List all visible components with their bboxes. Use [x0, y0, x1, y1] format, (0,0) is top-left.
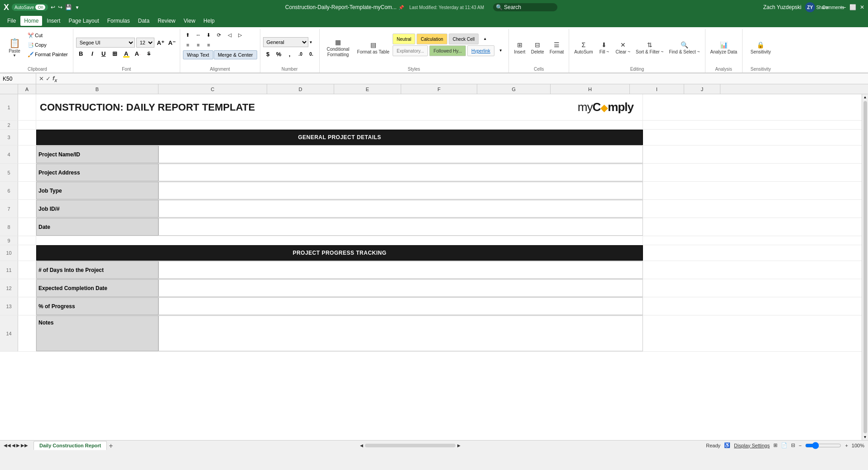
cell-a4[interactable] [18, 145, 36, 163]
align-left-button[interactable]: ≡ [183, 40, 193, 49]
decimal-dec-button[interactable]: 0. [307, 49, 317, 59]
font-decrease-button[interactable]: A⁻ [167, 38, 177, 48]
indent-increase-button[interactable]: ▷ [235, 30, 245, 39]
cell-b2[interactable] [36, 121, 643, 129]
menu-view[interactable]: View [180, 16, 199, 26]
insert-function-icon[interactable]: fx [53, 75, 57, 83]
copy-button[interactable]: 📑 Copy [25, 41, 70, 49]
find-select-button[interactable]: 🔍 Find & Select ~ [667, 39, 702, 57]
followed-style-button[interactable]: Followed Hy... [429, 45, 466, 56]
cell-a10[interactable] [18, 245, 36, 261]
calculation-style-button[interactable]: Calculation [417, 34, 447, 44]
sheet-first-icon[interactable]: ◀◀ [4, 443, 11, 448]
sheet-next-icon[interactable]: ▶ [16, 443, 20, 448]
cell-project-name-label[interactable]: Project Name/ID [36, 145, 158, 163]
search-container[interactable]: 🔍 Search [493, 3, 557, 11]
autosum-button[interactable]: Σ AutoSum [572, 39, 595, 57]
menu-formulas[interactable]: Formulas [104, 16, 134, 26]
col-header-e[interactable]: E [334, 84, 401, 94]
page-layout-icon[interactable]: 📄 [781, 442, 787, 448]
cell-b9[interactable] [36, 236, 643, 245]
font-color-button[interactable]: A_ [133, 48, 143, 58]
cell-a9[interactable] [18, 236, 36, 245]
hscroll-right-icon[interactable]: ▶ [457, 443, 460, 448]
cell-job-type-value[interactable] [158, 182, 643, 199]
close-icon[interactable]: ✕ [860, 4, 864, 10]
zoom-slider[interactable] [805, 442, 841, 449]
font-name-select[interactable]: Segoe UI [76, 38, 135, 48]
cell-a5[interactable] [18, 164, 36, 181]
comments-button[interactable]: Comments [830, 4, 837, 11]
indent-decrease-button[interactable]: ◁ [225, 30, 235, 39]
confirm-formula-icon[interactable]: ✓ [46, 75, 51, 82]
menu-data[interactable]: Data [134, 16, 153, 26]
align-top-button[interactable]: ⬆ [183, 30, 193, 39]
italic-button[interactable]: I [87, 48, 97, 58]
restore-icon[interactable]: ⬜ [849, 4, 856, 10]
percent-button[interactable]: % [274, 49, 284, 59]
col-header-g[interactable]: G [477, 84, 551, 94]
horizontal-scrollbar[interactable]: ◀ ▶ [115, 443, 706, 448]
paste-button[interactable]: 📋 Paste ▼ [5, 37, 24, 59]
cell-a3[interactable] [18, 130, 36, 145]
styles-scroll-up[interactable]: ▲ [480, 34, 490, 44]
comma-button[interactable]: , [285, 49, 295, 59]
cell-days-label[interactable]: # of Days Into the Project [36, 261, 158, 279]
menu-home[interactable]: Home [20, 16, 42, 26]
col-header-d[interactable]: D [267, 84, 334, 94]
cell-section-header-progress[interactable]: PROJECT PROGRESS TRACKING [36, 245, 643, 261]
cell-a1[interactable] [18, 94, 36, 120]
scroll-thumb[interactable] [863, 101, 867, 433]
styles-scroll-down[interactable]: ▼ [496, 45, 506, 55]
cell-job-id-value[interactable] [158, 200, 643, 218]
minimize-icon[interactable]: — [840, 4, 846, 10]
sensitivity-button[interactable]: 🔒 Sensitivity [748, 39, 773, 57]
neutral-style-button[interactable]: Neutral [393, 34, 415, 44]
cell-a13[interactable] [18, 297, 36, 315]
cell-job-id-label[interactable]: Job ID/# [36, 200, 158, 218]
formula-input[interactable] [60, 76, 868, 82]
insert-button[interactable]: ⊞ Insert [512, 39, 528, 57]
border-button[interactable]: ⊞ [110, 48, 120, 58]
cell-a6[interactable] [18, 182, 36, 199]
display-settings[interactable]: Display Settings [734, 443, 770, 448]
sheet-prev-icon[interactable]: ◀ [12, 443, 15, 448]
cell-ref-box[interactable]: K50 [0, 73, 36, 84]
undo-icon[interactable]: ↩ [51, 4, 55, 10]
cut-button[interactable]: ✂️ Cut [25, 31, 70, 40]
conditional-formatting-button[interactable]: ▦ Conditional Formatting [322, 37, 354, 59]
align-middle-button[interactable]: ↔ [193, 30, 203, 39]
cell-project-name-value[interactable] [158, 145, 643, 163]
fill-color-button[interactable]: A [121, 48, 131, 58]
clear-button[interactable]: ✕ Clear ~ [613, 39, 633, 57]
redo-icon[interactable]: ↪ [58, 4, 62, 10]
cell-a14[interactable] [18, 315, 36, 351]
menu-review[interactable]: Review [154, 16, 179, 26]
underline-button[interactable]: U [99, 48, 109, 58]
cell-project-address-label[interactable]: Project Address [36, 164, 158, 181]
format-button[interactable]: ☰ Format [547, 39, 566, 57]
hscroll-left-icon[interactable]: ◀ [360, 443, 363, 448]
sort-filter-button[interactable]: ⇅ Sort & Filter ~ [633, 39, 666, 57]
col-header-i[interactable]: I [630, 84, 684, 94]
align-center-button[interactable]: ≡ [193, 40, 203, 49]
delete-button[interactable]: ⊟ Delete [529, 39, 547, 57]
col-header-j[interactable]: J [684, 84, 720, 94]
save-icon[interactable]: 💾 [65, 4, 72, 10]
hyperlink-style-button[interactable]: Hyperlink [467, 45, 494, 56]
vertical-scrollbar[interactable]: ▲ ▼ [862, 94, 868, 440]
align-right-button[interactable]: ≡ [204, 40, 214, 49]
col-header-h[interactable]: H [551, 84, 630, 94]
col-header-b[interactable]: B [36, 84, 158, 94]
normal-view-icon[interactable]: ⊞ [773, 442, 777, 448]
cell-section-header-general[interactable]: GENERAL PROJECT DETAILS [36, 130, 643, 145]
col-header-c[interactable]: C [158, 84, 267, 94]
number-format-select[interactable]: General [263, 37, 308, 47]
format-as-table-button[interactable]: ▤ Format as Table [355, 39, 392, 57]
cell-date-value[interactable] [158, 218, 643, 236]
col-header-f[interactable]: F [401, 84, 477, 94]
menu-file[interactable]: File [4, 16, 19, 26]
cell-a8[interactable] [18, 218, 36, 236]
align-bottom-button[interactable]: ⬇ [204, 30, 214, 39]
cell-completion-value[interactable] [158, 279, 643, 297]
